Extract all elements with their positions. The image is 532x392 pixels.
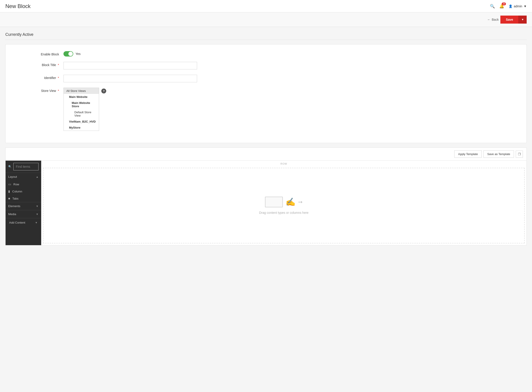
sidebar-item-tabs[interactable]: ■ Tabs [5, 195, 41, 202]
search-icon: 🔍 [490, 4, 495, 9]
back-button[interactable]: ← Back [487, 18, 499, 21]
admin-menu[interactable]: 👤 admin ▼ [509, 5, 527, 8]
block-title-control [63, 62, 197, 70]
store-view-option-main[interactable]: Main Website [64, 94, 99, 100]
store-view-option-mystore[interactable]: MyStore [64, 125, 99, 131]
tabs-label-text: Tabs [12, 197, 18, 200]
block-title-label: Block Title * [14, 62, 63, 67]
sidebar-media-header[interactable]: Media ▼ [5, 210, 41, 218]
required-asterisk-2: * [57, 76, 59, 80]
chevron-down-icon: ▼ [523, 5, 527, 8]
store-view-option-default[interactable]: Default Store View [64, 109, 99, 119]
save-as-template-button[interactable]: Save as Template [484, 150, 514, 158]
identifier-row: Identifier * [14, 75, 518, 82]
store-view-row-inner: All Store Views Main Website Main Websit… [63, 88, 197, 131]
toolbar: ← Back Save ▼ [0, 13, 532, 27]
enable-block-control: Yes [63, 51, 197, 56]
builder-workspace: 🔍 Layout ▲ ▭ Row ▮ Column [5, 161, 527, 245]
builder-sidebar: 🔍 Layout ▲ ▭ Row ▮ Column [5, 161, 41, 245]
add-content-bar: Add Content ▼ [5, 218, 41, 227]
help-icon[interactable]: ? [101, 89, 106, 93]
chevron-down-icon-media: ▼ [36, 213, 38, 216]
drop-zone[interactable]: ✍ ➙ Drag content types or columns here [43, 168, 525, 243]
elements-label: Elements [8, 205, 20, 208]
layout-label: Layout [8, 175, 17, 178]
sidebar-section-elements: Elements ▼ [5, 202, 41, 210]
sidebar-section-media: Media ▼ [5, 210, 41, 218]
drop-hint: Drag content types or columns here [259, 211, 309, 215]
sidebar-item-row[interactable]: ▭ Row [5, 181, 41, 188]
row-label: ROW [41, 161, 527, 166]
form-section: Enable Block Yes Block Title * Identifie… [5, 44, 527, 143]
required-asterisk: * [57, 63, 59, 67]
user-icon: 👤 [509, 5, 512, 8]
drag-arrow-icon: ➙ [298, 199, 303, 205]
identifier-label: Identifier * [14, 75, 63, 80]
drag-hand-icon: ✍ [285, 197, 295, 207]
back-label: Back [492, 18, 499, 21]
notification-button[interactable]: 🔔 39 [499, 4, 504, 9]
sidebar-search-icon: 🔍 [8, 165, 12, 168]
column-icon: ▮ [8, 190, 10, 193]
enable-block-toggle[interactable] [63, 51, 73, 56]
expand-icon: ❐ [518, 152, 521, 156]
search-button[interactable]: 🔍 [490, 4, 495, 9]
drag-card [265, 197, 283, 207]
main-content: Currently Active Enable Block Yes Block … [0, 27, 532, 251]
builder-section: Apply Template Save as Template ❐ 🔍 Layo… [5, 148, 527, 245]
save-button-group: Save ▼ [500, 16, 527, 23]
expand-button[interactable]: ❐ [516, 151, 523, 158]
store-view-option-vietnam[interactable]: VietNam_B2C_HVD [64, 119, 99, 125]
sidebar-search-area: 🔍 [5, 161, 41, 173]
block-title-row: Block Title * [14, 62, 518, 70]
back-arrow-icon: ← [487, 18, 490, 21]
required-asterisk-3: * [57, 89, 59, 93]
store-view-control: All Store Views Main Website Main Websit… [63, 88, 197, 131]
chevron-up-icon: ▲ [36, 175, 38, 178]
column-label-text: Column [12, 190, 22, 193]
builder-toolbar: Apply Template Save as Template ❐ [5, 148, 527, 161]
block-title-input[interactable] [63, 62, 197, 70]
admin-label: admin [514, 5, 522, 8]
chevron-down-icon-elements: ▼ [36, 205, 38, 208]
store-view-option-main-store[interactable]: Main Website Store [64, 100, 99, 109]
store-view-dropdown[interactable]: All Store Views Main Website Main Websit… [63, 88, 99, 131]
media-label: Media [8, 212, 16, 216]
store-view-label: Store View * [14, 88, 63, 93]
row-label-text: Row [13, 183, 19, 186]
sidebar-search-input[interactable] [13, 163, 38, 170]
store-view-option-all[interactable]: All Store Views [64, 88, 99, 94]
section-title: Currently Active [5, 32, 527, 37]
sidebar-elements-header[interactable]: Elements ▼ [5, 202, 41, 210]
sidebar-item-column[interactable]: ▮ Column [5, 188, 41, 195]
sidebar-section-layout: Layout ▲ ▭ Row ▮ Column ■ Tabs [5, 173, 41, 202]
save-button[interactable]: Save [500, 16, 518, 23]
add-content-button[interactable]: Add Content ▼ [5, 218, 41, 227]
drag-illustration: ✍ ➙ [265, 197, 303, 207]
notification-badge: 39 [502, 2, 506, 5]
enable-block-row: Enable Block Yes [14, 51, 518, 56]
dropdown-arrow-icon: ▼ [521, 18, 524, 21]
identifier-control [63, 75, 197, 82]
builder-canvas: ROW ✍ ➙ Drag content types or columns he… [41, 161, 527, 245]
enable-block-label: Enable Block [14, 51, 63, 56]
save-dropdown-button[interactable]: ▼ [518, 16, 527, 23]
sidebar-layout-header[interactable]: Layout ▲ [5, 173, 41, 181]
add-content-label: Add Content [9, 221, 25, 224]
section-divider [5, 40, 527, 40]
page-title: New Block [5, 3, 30, 9]
top-header: New Block 🔍 🔔 39 👤 admin ▼ [0, 0, 532, 13]
header-right: 🔍 🔔 39 👤 admin ▼ [490, 4, 527, 9]
apply-template-button[interactable]: Apply Template [454, 150, 482, 158]
row-icon: ▭ [8, 182, 11, 186]
toggle-container: Yes [63, 51, 197, 56]
identifier-input[interactable] [63, 75, 197, 82]
store-view-row: Store View * All Store Views Main Websit… [14, 88, 518, 131]
chevron-down-icon-add-content: ▼ [35, 221, 38, 224]
tabs-icon: ■ [8, 197, 10, 200]
enable-block-value: Yes [76, 52, 81, 56]
